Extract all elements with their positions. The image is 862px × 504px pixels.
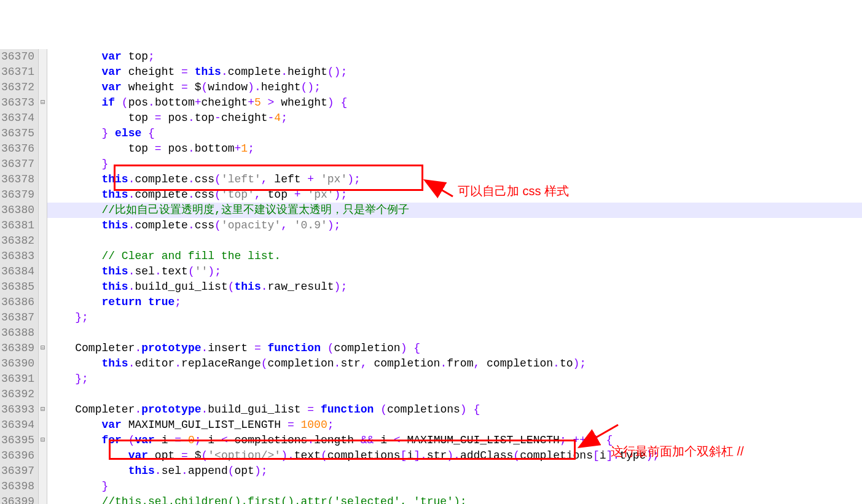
fold-mark[interactable] (39, 141, 47, 157)
code-line[interactable]: } else { (47, 126, 862, 141)
fold-mark[interactable] (39, 325, 47, 341)
fold-mark[interactable] (39, 49, 47, 64)
code-line[interactable]: var top; (47, 49, 862, 64)
code-line[interactable]: } (47, 479, 862, 494)
fold-mark[interactable] (39, 417, 47, 433)
fold-mark[interactable] (39, 264, 47, 279)
fold-mark[interactable]: ⊟ (39, 433, 47, 448)
annotation-text: 这行最前面加个双斜杠 // (611, 443, 744, 460)
code-line[interactable]: this.build_gui_list(this.raw_result); (47, 279, 862, 295)
fold-mark[interactable] (39, 80, 47, 95)
code-line[interactable]: this.sel.text(''); (47, 264, 862, 279)
code-line[interactable]: var MAXIMUM_GUI_LIST_LENGTH = 1000; (47, 417, 862, 433)
code-line[interactable]: Completer.prototype.insert = function (c… (47, 341, 862, 356)
code-line[interactable] (47, 233, 862, 249)
code-line[interactable]: }; (47, 310, 862, 325)
fold-mark[interactable] (39, 187, 47, 203)
fold-mark[interactable] (39, 371, 47, 387)
fold-mark[interactable] (39, 249, 47, 264)
code-line[interactable]: Completer.prototype.build_gui_list = fun… (47, 402, 862, 417)
code-line[interactable]: return true; (47, 295, 862, 310)
code-line[interactable]: this.complete.css('left', left + 'px'); (47, 172, 862, 187)
code-editor: 36370 36371 36372 36373 36374 36375 3637… (0, 49, 862, 504)
code-line[interactable]: var cheight = this.complete.height(); (47, 64, 862, 80)
line-number-gutter: 36370 36371 36372 36373 36374 36375 3637… (0, 49, 39, 504)
code-line[interactable] (47, 387, 862, 402)
fold-mark[interactable] (39, 172, 47, 187)
fold-mark[interactable] (39, 479, 47, 494)
code-line[interactable]: } (47, 157, 862, 172)
code-line[interactable]: this.complete.css('top', top + 'px'); (47, 187, 862, 203)
fold-mark[interactable] (39, 279, 47, 295)
fold-mark[interactable] (39, 356, 47, 371)
fold-mark[interactable]: ⊟ (39, 402, 47, 417)
code-line[interactable]: this.editor.replaceRange(completion.str,… (47, 356, 862, 371)
annotation-text: 可以自己加 css 样式 (458, 183, 569, 200)
fold-mark[interactable] (39, 448, 47, 463)
code-line[interactable]: //比如自己设置透明度,这里不建议设置太透明，只是举个例子 (47, 203, 862, 218)
fold-mark[interactable] (39, 110, 47, 126)
fold-mark[interactable] (39, 310, 47, 325)
fold-mark[interactable] (39, 203, 47, 218)
fold-mark[interactable] (39, 218, 47, 233)
fold-mark[interactable] (39, 157, 47, 172)
code-line[interactable]: this.complete.css('opacity', '0.9'); (47, 218, 862, 233)
fold-column[interactable]: ⊟⊟⊟⊟ (39, 49, 47, 504)
code-line[interactable]: top = pos.bottom+1; (47, 141, 862, 157)
code-line[interactable]: this.sel.append(opt); (47, 463, 862, 479)
code-line[interactable]: // Clear and fill the list. (47, 249, 862, 264)
code-line[interactable]: //this.sel.children().first().attr('sele… (47, 494, 862, 504)
fold-mark[interactable] (39, 494, 47, 504)
fold-mark[interactable] (39, 64, 47, 80)
code-line[interactable]: top = pos.top-cheight-4; (47, 110, 862, 126)
code-line[interactable]: if (pos.bottom+cheight+5 > wheight) { (47, 95, 862, 110)
fold-mark[interactable]: ⊟ (39, 95, 47, 110)
fold-mark[interactable] (39, 233, 47, 249)
code-line[interactable] (47, 325, 862, 341)
fold-mark[interactable]: ⊟ (39, 341, 47, 356)
code-area[interactable]: var top; var cheight = this.complete.hei… (47, 49, 862, 504)
code-line[interactable]: }; (47, 371, 862, 387)
fold-mark[interactable] (39, 295, 47, 310)
fold-mark[interactable] (39, 463, 47, 479)
code-line[interactable]: var wheight = $(window).height(); (47, 80, 862, 95)
fold-mark[interactable] (39, 387, 47, 402)
fold-mark[interactable] (39, 126, 47, 141)
